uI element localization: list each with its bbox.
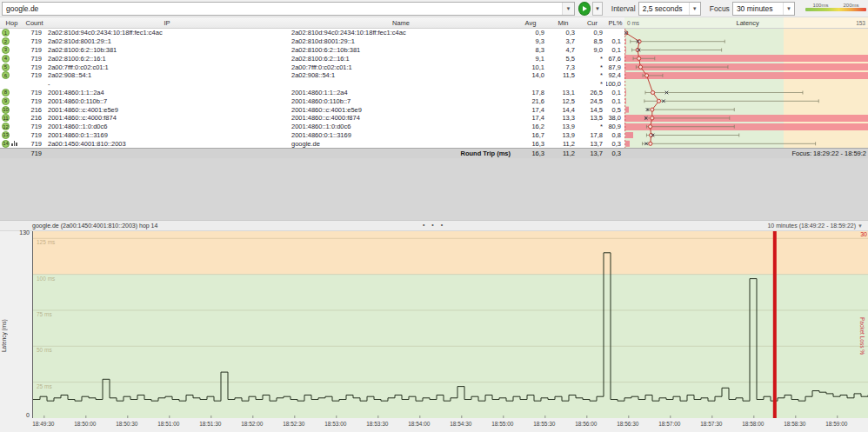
name-cell: 2a02:908::54:1 — [289, 71, 513, 80]
cur-cell: * — [578, 123, 606, 131]
ip-cell: 2001:4860::c:4000:f874 — [45, 114, 289, 123]
table-row[interactable]: 137192001:4860:0:1::31692001:4860:0:1::3… — [0, 131, 868, 140]
col-header-ip[interactable]: IP — [45, 17, 289, 28]
hop-number-badge: 5 — [2, 63, 10, 71]
avg-cell: 9,1 — [513, 54, 548, 63]
ip-cell: 2001:4860:0:110b::7 — [45, 96, 289, 105]
ip-cell: 2a02:8100:6:2::10b:381 — [45, 46, 289, 55]
col-header-name[interactable]: Name — [289, 17, 513, 28]
xaxis-tick-label: 18:49:30 — [26, 421, 61, 427]
table-row[interactable]: 57192a00:7fff:0:c02:c01:12a00:7fff:0:c02… — [0, 63, 868, 71]
min-cell: 3,7 — [548, 37, 578, 46]
min-cell: 5,5 — [548, 54, 578, 63]
avg-cell: 9,3 — [513, 37, 548, 46]
latency-graph-cell — [624, 71, 868, 80]
pl-cell: 87,9 — [606, 63, 624, 71]
hop-cell: 4 — [0, 54, 23, 63]
table-row[interactable]: 87192001:4860:1:1::2a42001:4860:1:1::2a4… — [0, 89, 868, 97]
timegraph-range-select[interactable]: 10 minutes (18:49:22 - 18:59:22)▼ — [767, 223, 863, 229]
cur-cell: * — [578, 80, 606, 89]
pl-cell: 0,8 — [606, 131, 624, 140]
hop-number-badge: 14 — [2, 140, 10, 148]
col-header-cur[interactable]: Cur — [578, 17, 606, 28]
table-row[interactable]: 102162001:4860::c:4001:e5e92001:4860::c:… — [0, 105, 868, 114]
count-cell: 719 — [23, 96, 45, 105]
start-trace-button[interactable] — [578, 2, 591, 16]
cur-cell: 13,5 — [578, 114, 606, 123]
focus-select[interactable]: 30 minutes ▼ — [732, 2, 795, 16]
cur-cell: 8,5 — [578, 37, 606, 46]
table-row[interactable]: 112162001:4860::c:4000:f8742001:4860::c:… — [0, 114, 868, 123]
table-row[interactable]: 67192a02:908::54:12a02:908::54:114,011,5… — [0, 71, 868, 80]
xaxis-tick-label: 18:57:00 — [652, 421, 687, 427]
xaxis-tick-label: 18:59:00 — [819, 421, 854, 427]
pl-cell: 0,1 — [606, 96, 624, 105]
table-row[interactable]: 37192a02:8100:6:2::10b:3812a02:8100:6:2:… — [0, 46, 868, 55]
xaxis-tick-label: 18:54:00 — [402, 421, 437, 427]
pl-cell: 92,4 — [606, 71, 624, 80]
yaxis-max-label: 130 — [16, 229, 30, 236]
latency-graph-cell — [624, 139, 868, 148]
table-row[interactable]: 127192001:4860::1:0:d0c62001:4860::1:0:d… — [0, 123, 868, 131]
round-trip-summary-row[interactable]: 719 Round Trip (ms) 16,3 11,2 13,7 0,3 F… — [0, 148, 868, 158]
interval-label: Interval — [611, 4, 636, 13]
ip-cell: 2a00:7fff:0:c02:c01:1 — [45, 63, 289, 71]
latency-graph-cell — [624, 54, 868, 63]
name-cell — [289, 80, 513, 89]
packet-loss-band — [624, 72, 868, 79]
svg-text:25 ms: 25 ms — [37, 383, 52, 389]
col-header-count[interactable]: Count — [23, 17, 45, 28]
hop-cell: 5 — [0, 63, 23, 71]
col-header-avg[interactable]: Avg — [513, 17, 548, 28]
col-header-pl[interactable]: PL% — [606, 17, 624, 28]
ip-cell: 2a02:908::54:1 — [45, 71, 289, 80]
trace-options-caret[interactable]: ▼ — [592, 2, 603, 16]
packet-loss-band — [624, 55, 868, 62]
hop-cell: 10 — [0, 105, 23, 114]
latency-timeline-plot[interactable]: 125 ms100 ms75 ms50 ms25 ms — [32, 231, 867, 418]
xaxis-tick-label: 18:56:30 — [611, 421, 645, 427]
table-row[interactable]: -*100,0 — [0, 80, 868, 89]
pl-cell: 67,6 — [606, 54, 624, 63]
target-dropdown-caret-icon[interactable]: ▼ — [562, 3, 574, 15]
table-row[interactable]: 147192a00:1450:4001:810::2003google.de16… — [0, 139, 868, 148]
latency-graph-cell — [624, 105, 868, 114]
xaxis-tick-label: 18:54:30 — [444, 421, 478, 427]
timegraph-header: google.de (2a00:1450:4001:810::2003) hop… — [0, 220, 868, 231]
hop-cell: 3 — [0, 46, 23, 55]
table-row[interactable]: 27192a02:810d:8001:29::12a02:810d:8001:2… — [0, 37, 868, 46]
col-header-hop[interactable]: Hop — [0, 17, 23, 28]
ip-cell: 2a02:810d:94c0:2434:10:18ff:fec1:c4ac — [45, 29, 289, 37]
target-combo[interactable]: ▼ — [2, 2, 575, 16]
avg-cell: 16,7 — [513, 131, 548, 140]
interval-select[interactable]: 2,5 seconds ▼ — [638, 2, 701, 16]
table-row[interactable]: 47192a02:8100:6:2::16:12a02:8100:6:2::16… — [0, 54, 868, 63]
latency-graph-cell — [624, 63, 868, 71]
min-cell: 12,5 — [548, 96, 578, 105]
legend-200ms-label: 200ms — [843, 3, 858, 8]
summary-count: 719 — [23, 149, 45, 158]
latency-graph-cell — [624, 80, 868, 89]
table-row[interactable]: 17192a02:810d:94c0:2434:10:18ff:fec1:c4a… — [0, 29, 868, 37]
splitter-handle[interactable]: • • • — [423, 222, 445, 228]
avg-cell: 10,1 — [513, 63, 548, 71]
latency-graph-cell — [624, 96, 868, 105]
interval-value: 2,5 seconds — [639, 4, 686, 13]
pl-cell: 38,0 — [606, 114, 624, 123]
col-header-min[interactable]: Min — [548, 17, 578, 28]
focus-value: 30 minutes — [733, 4, 777, 13]
svg-text:50 ms: 50 ms — [37, 347, 52, 353]
target-input[interactable] — [3, 3, 562, 15]
focus-label: Focus — [710, 4, 730, 13]
graphed-hop-icon — [11, 141, 17, 146]
hop-number-badge: 10 — [2, 106, 10, 114]
min-cell: 7,3 — [548, 63, 578, 71]
hop-cell: 8 — [0, 89, 23, 97]
hop-cell: 11 — [0, 114, 23, 123]
avg-cell: 14,0 — [513, 71, 548, 80]
summary-cur: 13,7 — [578, 149, 606, 158]
xaxis-tick-label: 18:56:00 — [569, 421, 604, 427]
summary-min: 11,2 — [548, 149, 578, 158]
table-row[interactable]: 97192001:4860:0:110b::72001:4860:0:110b:… — [0, 96, 868, 105]
hop-number-badge: 3 — [2, 46, 10, 54]
